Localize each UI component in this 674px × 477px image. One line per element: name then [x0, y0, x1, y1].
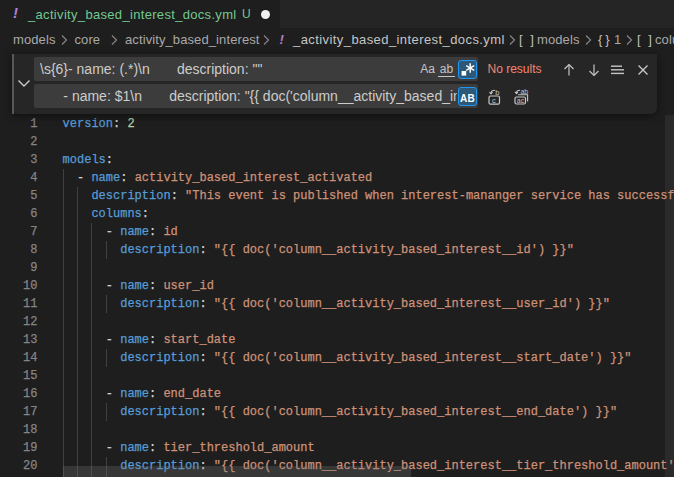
svg-text:ac: ac — [516, 97, 524, 104]
svg-text:c: c — [492, 96, 496, 105]
